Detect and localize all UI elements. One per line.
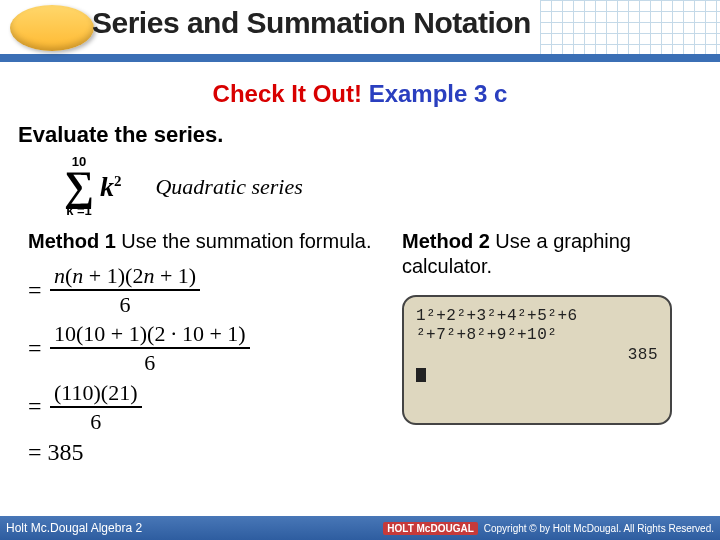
method-1-column: Method 1 Use the summation formula. = n(…: [0, 229, 396, 472]
subtitle: Check It Out! Example 3 c: [0, 80, 720, 108]
equations: = n(n + 1)(2n + 1) 6 = 10(10 + 1)(2 · 10…: [28, 264, 396, 466]
sigma-symbol: ∑: [64, 168, 94, 206]
method-2-label: Method 2 Use a graphing calculator.: [402, 229, 720, 279]
calc-result: 385: [416, 346, 658, 364]
series-expression: 10 ∑ k =1 k2 Quadratic series: [64, 156, 720, 217]
footer-copyright: HOLT McDOUGAL Copyright © by Holt McDoug…: [383, 522, 714, 535]
sigma-term: k2: [100, 171, 122, 203]
method-1-label: Method 1 Use the summation formula.: [28, 229, 396, 254]
calculator-screen: 1²+2²+3²+4²+5²+6 ²+7²+8²+9²+10² 385: [402, 295, 672, 425]
equation-final: = 385: [28, 439, 396, 466]
footer: Holt Mc.Dougal Algebra 2 HOLT McDOUGAL C…: [0, 516, 720, 540]
calc-line-1: 1²+2²+3²+4²+5²+6: [416, 307, 658, 325]
page-title: Series and Summation Notation: [92, 6, 531, 40]
calc-line-2: ²+7²+8²+9²+10²: [416, 326, 658, 344]
equation-3: = (110)(21) 6: [28, 381, 396, 433]
calc-cursor-icon: [416, 368, 426, 382]
copyright-text: Copyright © by Holt McDougal. All Rights…: [484, 523, 714, 534]
header: Series and Summation Notation: [0, 0, 720, 62]
publisher-badge: HOLT McDOUGAL: [383, 522, 477, 535]
prompt-text: Evaluate the series.: [18, 122, 720, 148]
subtitle-red: Check It Out!: [213, 80, 362, 107]
header-oval-icon: [10, 5, 94, 51]
equation-2: = 10(10 + 1)(2 · 10 + 1) 6: [28, 322, 396, 374]
sigma-notation: 10 ∑ k =1 k2: [64, 156, 121, 217]
equation-1: = n(n + 1)(2n + 1) 6: [28, 264, 396, 316]
footer-book: Holt Mc.Dougal Algebra 2: [6, 521, 142, 535]
subtitle-blue: Example 3 c: [369, 80, 508, 107]
series-type-label: Quadratic series: [155, 174, 302, 200]
methods-row: Method 1 Use the summation formula. = n(…: [0, 229, 720, 472]
sigma-lower: k =1: [66, 205, 92, 217]
header-grid-decoration: [540, 0, 720, 54]
method-2-column: Method 2 Use a graphing calculator. 1²+2…: [396, 229, 720, 472]
